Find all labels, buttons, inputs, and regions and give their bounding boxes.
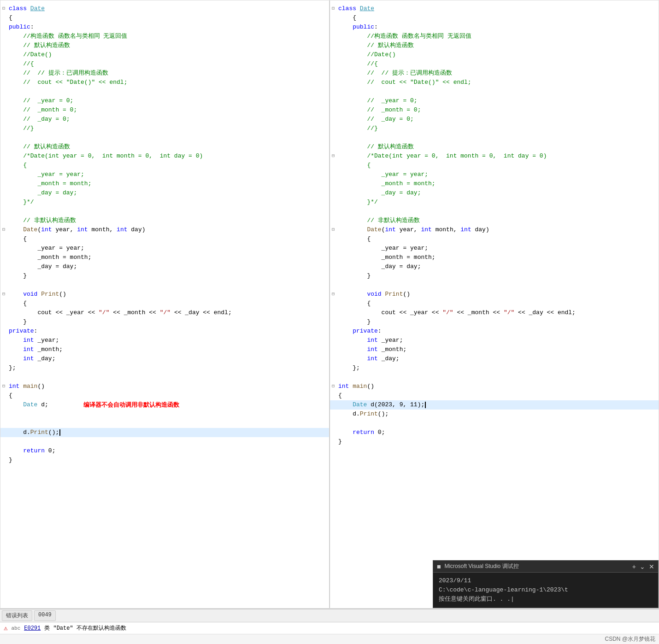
code-line: ⊟ Date(int year, int month, int day) [330,225,659,234]
code-line: }*/ [0,198,329,207]
code-text: { [336,13,657,23]
code-line: }; [0,363,329,373]
code-line: { [0,13,329,23]
code-line: // // 提示：已调用构造函数 [0,69,329,78]
terminal-window: ◼ Microsoft Visual Studio 调试控 + ⌄ ✕ 2023… [433,560,659,608]
code-line: // cout << "Date()" << endl; [330,78,659,87]
code-line: _month = month; [0,253,329,262]
fold-icon[interactable]: ⊟ [0,4,7,13]
code-text: class Date [336,4,657,13]
code-line: int _day; [0,354,329,363]
code-line: } [330,271,659,281]
code-line: // cout << "Date()" << endl; [0,78,329,87]
code-line: int _month; [0,345,329,354]
code-line: //{ [330,59,659,69]
fold-icon[interactable]: ⊟ [0,225,7,234]
code-line [330,207,659,216]
fold-icon[interactable]: ⊟ [330,290,336,299]
code-text: // 默认构造函数 [336,41,657,50]
code-text: _month = month; [336,179,657,188]
code-text: void Print() [7,290,327,299]
code-line: } [330,437,659,446]
code-text: // cout << "Date()" << endl; [7,78,327,87]
code-line: _day = day; [330,188,659,198]
code-text: { [7,391,327,400]
fold-icon[interactable]: ⊟ [0,290,7,299]
fold-icon[interactable]: ⊟ [0,382,7,391]
code-line: ⊟ int main() [0,382,329,391]
terminal-plus-button[interactable]: + [632,563,636,570]
code-line: { [330,13,659,23]
code-text: int _day; [336,354,657,363]
code-line [330,87,659,96]
terminal-output-line1: 2023/9/11 [439,576,653,585]
code-line: d.Print(); [0,428,329,437]
code-text: // 默认构造函数 [7,41,327,50]
code-line: ⊟ void Print() [0,290,329,299]
code-line [330,133,659,142]
code-text: { [336,234,657,244]
terminal-close-button[interactable]: ✕ [649,563,654,570]
code-line: _day = day; [330,262,659,271]
code-text: Date d(2023, 9, 11); [336,400,657,410]
code-text: } [336,271,657,281]
code-line: cout << _year << "/" << _month << "/" <<… [0,308,329,317]
code-line: { [330,161,659,170]
code-line: int _year; [0,336,329,345]
code-line: public: [330,23,659,32]
code-text: // 默认构造函数 [7,142,327,152]
terminal-output-line2: C:\code\c-language-learning-1\2023\t [439,585,653,595]
code-text: //构造函数 函数名与类相同 无返回值 [7,32,327,41]
code-text: //} [336,124,657,133]
fold-icon[interactable]: ⊟ [330,152,336,161]
code-text: // _month = 0; [336,105,657,115]
code-text: // // 提示：已调用构造函数 [7,69,327,78]
error-tab-code[interactable]: 0049 [34,610,56,621]
code-text: } [7,456,327,465]
code-text: }*/ [336,198,657,207]
code-line: // _year = 0; [330,96,659,105]
code-line: //} [0,124,329,133]
code-text: //Date() [7,50,327,59]
code-text: { [7,161,327,170]
code-text: // _year = 0; [336,96,657,105]
error-tab-bar: 错误列表 0049 [0,609,659,622]
code-text: //{ [7,59,327,69]
right-code-pane: ⊟ class Date { public: //构造函数 函数名与类相同 无返… [330,0,659,608]
code-line: _year = year; [330,170,659,179]
fold-icon[interactable]: ⊟ [330,4,336,13]
code-line: // _year = 0; [0,96,329,105]
terminal-chevron-button[interactable]: ⌄ [640,563,645,570]
code-text: private: [336,327,657,336]
code-line: _year = year; [0,244,329,253]
code-text: { [336,161,657,170]
code-line: return 0; [0,446,329,456]
code-text: _day = day; [7,188,327,198]
code-text: { [7,234,327,244]
code-line: { [330,234,659,244]
code-line: ⊟ void Print() [330,290,659,299]
code-line: ⊟ class Date [0,4,329,13]
code-text: d.Print(); [336,410,657,419]
error-code-badge[interactable]: E0291 [24,625,41,632]
fold-icon[interactable]: ⊟ [330,382,336,391]
code-line: //构造函数 函数名与类相同 无返回值 [330,32,659,41]
code-line: cout << _year << "/" << _month << "/" <<… [330,308,659,317]
code-line: } [0,317,329,327]
code-line: //{ [0,59,329,69]
code-line [0,281,329,290]
error-tab-list[interactable]: 错误列表 [2,610,32,621]
code-text: int main() [336,382,657,391]
watermark-text: CSDN @水月梦镜花 [605,635,655,643]
code-line: } [330,317,659,327]
code-text: d.Print(); [7,428,327,437]
code-text: _year = year; [7,244,327,253]
fold-icon[interactable]: ⊟ [330,225,336,234]
code-line: //} [330,124,659,133]
code-line: ⊟ /*Date(int year = 0, int month = 0, in… [330,152,659,161]
code-line: _month = month; [0,179,329,188]
code-line [330,373,659,382]
code-line: ⊟ class Date [330,4,659,13]
code-text: Date d; 编译器不会自动调用非默认构造函数 [7,400,327,428]
code-text: class Date [7,4,327,13]
